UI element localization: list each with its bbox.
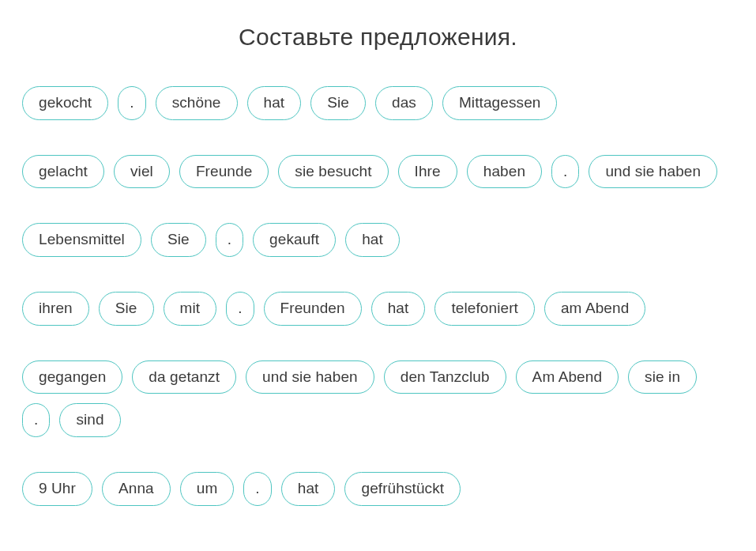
word-chip[interactable]: hat xyxy=(345,223,400,257)
word-row: ihrenSiemit.Freundenhattelefoniertam Abe… xyxy=(22,292,734,326)
page-title: Составьте предложения. xyxy=(22,24,734,51)
word-chip[interactable]: . xyxy=(551,155,579,189)
word-chip[interactable]: da getanzt xyxy=(132,360,236,394)
word-chip[interactable]: um xyxy=(180,472,235,506)
word-chip[interactable]: viel xyxy=(114,155,170,189)
word-row: gelachtvielFreundesie besuchtIhrehaben.u… xyxy=(22,155,734,189)
word-row: gekocht.schönehatSiedasMittagessen xyxy=(22,86,734,120)
exercise-rows: gekocht.schönehatSiedasMittagessengelach… xyxy=(22,86,734,506)
word-chip[interactable]: Sie xyxy=(310,86,366,120)
word-chip[interactable]: Freunden xyxy=(264,292,362,326)
word-chip[interactable]: . xyxy=(243,472,271,506)
word-chip[interactable]: . xyxy=(22,403,50,437)
word-chip[interactable]: gekocht xyxy=(22,86,108,120)
word-chip[interactable]: Mittagessen xyxy=(442,86,558,120)
word-chip[interactable]: Sie xyxy=(151,223,206,257)
word-row: 9 UhrAnnaum.hatgefrühstückt xyxy=(22,472,734,506)
word-chip[interactable]: sie in xyxy=(628,360,697,394)
word-chip[interactable]: Am Abend xyxy=(516,360,619,394)
word-chip[interactable]: gekauft xyxy=(253,223,336,257)
word-chip[interactable]: . xyxy=(226,292,254,326)
word-chip[interactable]: den Tanzclub xyxy=(384,360,506,394)
word-chip[interactable]: Lebensmittel xyxy=(22,223,141,257)
word-chip[interactable]: . xyxy=(216,223,243,257)
word-chip[interactable]: am Abend xyxy=(544,292,645,326)
word-row: gegangenda getanztund sie habenden Tanzc… xyxy=(22,360,734,437)
word-chip[interactable]: sie besucht xyxy=(278,155,388,189)
word-chip[interactable]: hat xyxy=(281,472,336,506)
word-chip[interactable]: . xyxy=(118,86,145,120)
word-chip[interactable]: Sie xyxy=(99,292,154,326)
word-chip[interactable]: und sie haben xyxy=(589,155,717,189)
word-chip[interactable]: das xyxy=(375,86,433,120)
word-chip[interactable]: telefoniert xyxy=(434,292,535,326)
word-chip[interactable]: Ihre xyxy=(398,155,457,189)
word-chip[interactable]: hat xyxy=(371,292,426,326)
word-chip[interactable]: haben xyxy=(467,155,542,189)
word-chip[interactable]: schöne xyxy=(156,86,238,120)
word-chip[interactable]: gefrühstückt xyxy=(344,472,461,506)
word-chip[interactable]: 9 Uhr xyxy=(22,472,92,506)
word-chip[interactable]: gegangen xyxy=(22,360,122,394)
word-chip[interactable]: und sie haben xyxy=(246,360,374,394)
word-chip[interactable]: sind xyxy=(59,403,120,437)
word-chip[interactable]: ihren xyxy=(22,292,89,326)
word-chip[interactable]: gelacht xyxy=(22,155,104,189)
word-chip[interactable]: mit xyxy=(164,292,217,326)
word-chip[interactable]: Anna xyxy=(102,472,171,506)
word-chip[interactable]: hat xyxy=(247,86,302,120)
word-chip[interactable]: Freunde xyxy=(179,155,269,189)
word-row: LebensmittelSie.gekaufthat xyxy=(22,223,734,257)
